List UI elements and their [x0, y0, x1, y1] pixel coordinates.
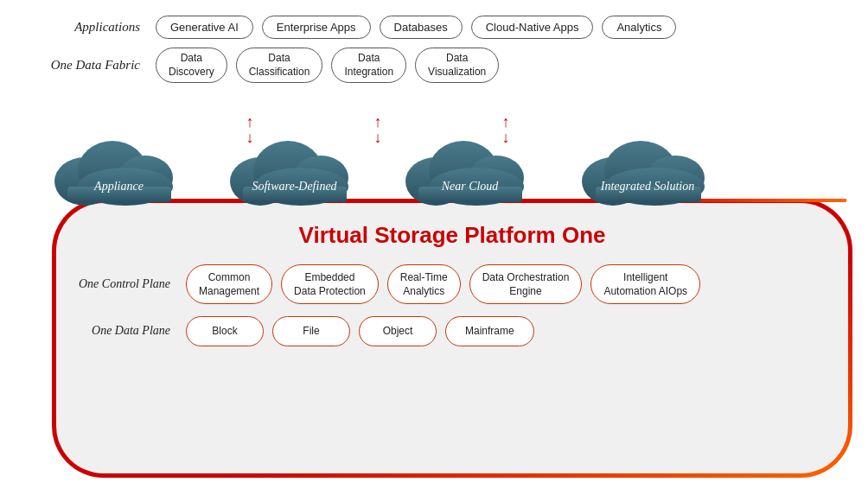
pill-block: Block — [186, 316, 264, 346]
fabric-row: One Data Fabric DataDiscovery DataClassi… — [17, 48, 851, 83]
pill-databases: Databases — [380, 16, 463, 39]
cloud-appliance-label: Appliance — [52, 180, 186, 194]
pill-mainframe: Mainframe — [445, 316, 534, 346]
applications-pills: Generative AI Enterprise Apps Databases … — [156, 16, 676, 39]
control-plane-label: One Control Plane — [73, 277, 186, 291]
control-plane-row: One Control Plane CommonManagement Embed… — [56, 264, 848, 304]
pill-object: Object — [359, 316, 437, 346]
control-plane-pills: CommonManagement EmbeddedData Protection… — [186, 264, 700, 304]
cloud-software-defined-label: Software-Defined — [227, 180, 361, 194]
pill-intelligent-automation: IntelligentAutomation AIOps — [590, 264, 700, 304]
data-plane-row: One Data Plane Block File Object Mainfra… — [56, 316, 848, 346]
data-plane-pills: Block File Object Mainframe — [186, 316, 534, 346]
pill-data-orchestration-engine: Data OrchestrationEngine — [469, 264, 583, 304]
pill-common-management: CommonManagement — [186, 264, 272, 304]
applications-label: Applications — [17, 20, 156, 35]
pill-data-integration: DataIntegration — [331, 48, 406, 83]
data-plane-label: One Data Plane — [73, 324, 186, 338]
cloud-near-cloud-label: Near Cloud — [403, 180, 537, 194]
vsp-title: Virtual Storage Platform One — [56, 222, 848, 249]
pill-analytics: Analytics — [602, 16, 676, 39]
arrow-discovery: ↑↓ — [186, 114, 314, 145]
pill-data-visualization: DataVisualization — [415, 48, 499, 83]
fabric-label: One Data Fabric — [17, 58, 156, 73]
pill-realtime-analytics: Real-TimeAnalytics — [387, 264, 461, 304]
diagram-wrapper: Applications Generative AI Enterprise Ap… — [0, 0, 868, 495]
cloud-integrated-solution-label: Integrated Solution — [578, 180, 717, 194]
arrow-classification: ↑↓ — [314, 114, 442, 145]
pill-embedded-data-protection: EmbeddedData Protection — [281, 264, 379, 304]
arrow-integration: ↑↓ — [442, 114, 570, 145]
pill-enterprise-apps: Enterprise Apps — [262, 16, 371, 39]
fabric-arrows: ↑↓ ↑↓ ↑↓ — [0, 114, 868, 145]
fabric-pills: DataDiscovery DataClassification DataInt… — [156, 48, 499, 83]
pill-data-discovery: DataDiscovery — [156, 48, 227, 83]
pill-file: File — [272, 316, 350, 346]
pill-cloud-native-apps: Cloud-Native Apps — [471, 16, 594, 39]
pill-generative-ai: Generative AI — [156, 16, 253, 39]
applications-row: Applications Generative AI Enterprise Ap… — [17, 16, 851, 39]
pill-data-classification: DataClassification — [236, 48, 323, 83]
vsp-container: Virtual Storage Platform One One Control… — [52, 199, 852, 478]
